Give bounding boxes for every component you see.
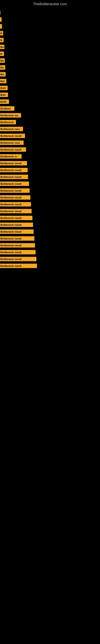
- bar-label: Bottleneck result: [0, 257, 36, 261]
- bar-label: Bottleneck resu: [0, 140, 24, 145]
- bar-row: Bot: [0, 78, 100, 84]
- bar-row: Bott: [0, 84, 100, 91]
- bar-label: Bott: [0, 92, 8, 97]
- bar-row: B: [0, 30, 100, 37]
- bar-row: Bottleneck resu: [0, 139, 100, 146]
- bar-label: Bottlene: [0, 106, 14, 111]
- bar-label: Bottleneck result: [0, 202, 31, 206]
- bar-label: Bottleneck result: [0, 230, 34, 234]
- bar-label: Bottleneck result: [0, 209, 32, 213]
- bar-label: Bottleneck result: [0, 264, 37, 268]
- bar-row: Bottleneck result: [0, 242, 100, 249]
- bar-row: Bottleneck result: [0, 146, 100, 153]
- bar-row: Bottleneck result: [0, 160, 100, 167]
- bar-row: Bott: [0, 91, 100, 98]
- bar-row: Bottleneck result: [0, 256, 100, 262]
- bar-row: [0, 9, 100, 16]
- bar-row: Bo: [0, 57, 100, 64]
- bar-label: Bot: [0, 79, 6, 83]
- bars-container: BBBoBBoBoBoBotBottBottBottlBottleneBottl…: [0, 7, 100, 271]
- bar-row: Bo: [0, 71, 100, 78]
- bar-label: [0, 24, 2, 28]
- bar-row: Bottleneck result: [0, 222, 100, 228]
- bar-row: Bottleneck result: [0, 235, 100, 242]
- bar-row: Bottl: [0, 98, 100, 105]
- bar-row: [0, 23, 100, 30]
- bar-row: Bottleneck result: [0, 194, 100, 201]
- bar-label: Bottleneck result: [0, 236, 34, 241]
- bar-label: Bott: [0, 86, 8, 90]
- bar-label: Bottleneck result: [0, 250, 36, 254]
- bar-label: Bottleneck result: [0, 134, 25, 138]
- bar-label: Bo: [0, 58, 5, 63]
- bar-label: Bottleneck: [0, 120, 16, 124]
- bar-row: Bottleneck result: [0, 262, 100, 269]
- bar-label: Bottl: [0, 100, 9, 104]
- site-title: TheBottlenecker.com: [0, 0, 100, 7]
- bar-label: Bo: [0, 45, 4, 49]
- bar-label: B: [0, 52, 4, 56]
- bar-label: Bottleneck result: [0, 161, 27, 166]
- bar-row: Bottleneck result: [0, 187, 100, 194]
- bar-label: Bottleneck result: [0, 168, 28, 172]
- bar-label: Bottleneck resu: [0, 127, 23, 131]
- bar-label: Bottleneck re: [0, 154, 22, 158]
- bar-label: Bottleneck result: [0, 195, 30, 200]
- bar-row: Bo: [0, 64, 100, 71]
- bar-label: Bottleneck result: [0, 182, 29, 186]
- bar-row: Bottleneck resu: [0, 126, 100, 132]
- bar-row: Bottleneck result: [0, 208, 100, 214]
- bar-row: Bottleneck result: [0, 180, 100, 187]
- bar-label: Bottleneck result: [0, 222, 33, 227]
- bar-row: Bottleneck: [0, 119, 100, 126]
- bar-row: Bottleneck result: [0, 201, 100, 208]
- bar-row: Bottleneck res: [0, 112, 100, 119]
- bar-label: [0, 10, 0, 15]
- bar-row: Bottleneck result: [0, 132, 100, 139]
- bar-row: Bottleneck result: [0, 174, 100, 180]
- bar-label: Bottleneck result: [0, 243, 35, 248]
- bar-row: Bottleneck result: [0, 228, 100, 235]
- bar-row: [0, 16, 100, 23]
- bar-label: B: [0, 38, 3, 42]
- bar-label: Bo: [0, 72, 6, 76]
- bar-label: Bo: [0, 65, 5, 70]
- bar-row: Bo: [0, 44, 100, 50]
- bar-label: B: [0, 31, 3, 36]
- bar-row: Bottleneck result: [0, 214, 100, 222]
- bar-label: Bottleneck result: [0, 216, 32, 220]
- bar-label: [0, 17, 1, 22]
- bar-label: Bottleneck result: [0, 147, 26, 152]
- bar-row: Bottlene: [0, 105, 100, 112]
- bar-label: Bottleneck result: [0, 188, 30, 193]
- bar-row: Bottleneck re: [0, 153, 100, 160]
- bar-row: B: [0, 37, 100, 44]
- bar-label: Bottleneck res: [0, 113, 21, 118]
- bar-row: B: [0, 50, 100, 57]
- bar-row: Bottleneck result: [0, 249, 100, 256]
- bar-label: Bottleneck result: [0, 175, 28, 179]
- bar-row: Bottleneck result: [0, 167, 100, 174]
